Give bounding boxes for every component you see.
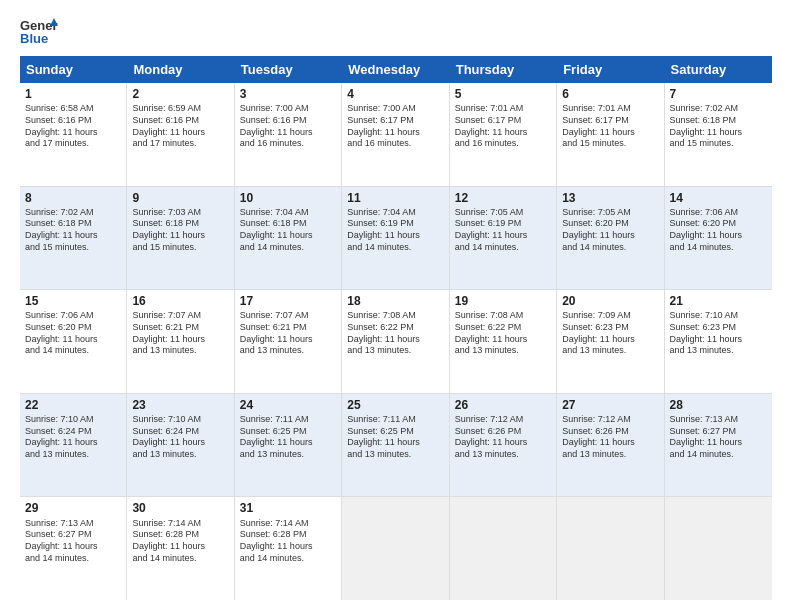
calendar-row-4: 29Sunrise: 7:13 AMSunset: 6:27 PMDayligh… xyxy=(20,497,772,600)
day-info-line: Sunset: 6:23 PM xyxy=(562,322,658,334)
day-info-line: and 14 minutes. xyxy=(240,553,336,565)
day-info-line: Sunrise: 7:12 AM xyxy=(562,414,658,426)
day-info-line: Daylight: 11 hours xyxy=(25,541,121,553)
day-number: 18 xyxy=(347,293,443,309)
header-day-tuesday: Tuesday xyxy=(235,56,342,83)
calendar-body: 1Sunrise: 6:58 AMSunset: 6:16 PMDaylight… xyxy=(20,83,772,600)
logo-icon: General Blue xyxy=(20,16,58,46)
day-cell-19: 19Sunrise: 7:08 AMSunset: 6:22 PMDayligh… xyxy=(450,290,557,393)
calendar-row-3: 22Sunrise: 7:10 AMSunset: 6:24 PMDayligh… xyxy=(20,394,772,498)
day-info-line: Sunset: 6:24 PM xyxy=(132,426,228,438)
day-number: 11 xyxy=(347,190,443,206)
day-info-line: Sunrise: 7:04 AM xyxy=(240,207,336,219)
day-info-line: and 14 minutes. xyxy=(25,345,121,357)
calendar: SundayMondayTuesdayWednesdayThursdayFrid… xyxy=(20,56,772,600)
day-number: 12 xyxy=(455,190,551,206)
day-info-line: Daylight: 11 hours xyxy=(670,334,767,346)
day-info-line: Daylight: 11 hours xyxy=(132,541,228,553)
day-info-line: Sunrise: 7:10 AM xyxy=(132,414,228,426)
day-info-line: and 13 minutes. xyxy=(132,449,228,461)
header-day-sunday: Sunday xyxy=(20,56,127,83)
day-info-line: and 15 minutes. xyxy=(562,138,658,150)
day-info-line: Daylight: 11 hours xyxy=(562,127,658,139)
day-cell-25: 25Sunrise: 7:11 AMSunset: 6:25 PMDayligh… xyxy=(342,394,449,497)
day-number: 5 xyxy=(455,86,551,102)
day-info-line: and 13 minutes. xyxy=(347,345,443,357)
day-number: 22 xyxy=(25,397,121,413)
day-number: 19 xyxy=(455,293,551,309)
day-info-line: Daylight: 11 hours xyxy=(562,230,658,242)
day-info-line: and 13 minutes. xyxy=(25,449,121,461)
day-number: 28 xyxy=(670,397,767,413)
day-info-line: and 14 minutes. xyxy=(455,242,551,254)
day-cell-24: 24Sunrise: 7:11 AMSunset: 6:25 PMDayligh… xyxy=(235,394,342,497)
day-info-line: Daylight: 11 hours xyxy=(455,334,551,346)
day-cell-21: 21Sunrise: 7:10 AMSunset: 6:23 PMDayligh… xyxy=(665,290,772,393)
day-info-line: Daylight: 11 hours xyxy=(240,334,336,346)
day-info-line: Sunset: 6:19 PM xyxy=(347,218,443,230)
day-info-line: Daylight: 11 hours xyxy=(132,127,228,139)
day-info-line: and 17 minutes. xyxy=(132,138,228,150)
day-info-line: and 16 minutes. xyxy=(240,138,336,150)
day-info-line: Sunrise: 7:00 AM xyxy=(240,103,336,115)
day-info-line: Sunrise: 7:09 AM xyxy=(562,310,658,322)
day-info-line: Sunrise: 7:02 AM xyxy=(670,103,767,115)
day-info-line: Sunrise: 7:10 AM xyxy=(670,310,767,322)
day-info-line: Sunset: 6:18 PM xyxy=(670,115,767,127)
header-day-saturday: Saturday xyxy=(665,56,772,83)
day-info-line: Sunset: 6:21 PM xyxy=(240,322,336,334)
day-number: 31 xyxy=(240,500,336,516)
day-info-line: Sunrise: 7:14 AM xyxy=(240,518,336,530)
day-info-line: Sunset: 6:24 PM xyxy=(25,426,121,438)
day-cell-28: 28Sunrise: 7:13 AMSunset: 6:27 PMDayligh… xyxy=(665,394,772,497)
day-info-line: Sunrise: 7:05 AM xyxy=(455,207,551,219)
day-cell-3: 3Sunrise: 7:00 AMSunset: 6:16 PMDaylight… xyxy=(235,83,342,186)
day-info-line: Sunset: 6:16 PM xyxy=(132,115,228,127)
empty-cell-4-3 xyxy=(342,497,449,600)
day-cell-4: 4Sunrise: 7:00 AMSunset: 6:17 PMDaylight… xyxy=(342,83,449,186)
day-info-line: and 14 minutes. xyxy=(25,553,121,565)
day-info-line: Daylight: 11 hours xyxy=(240,437,336,449)
day-cell-29: 29Sunrise: 7:13 AMSunset: 6:27 PMDayligh… xyxy=(20,497,127,600)
day-cell-1: 1Sunrise: 6:58 AMSunset: 6:16 PMDaylight… xyxy=(20,83,127,186)
day-number: 26 xyxy=(455,397,551,413)
day-info-line: Daylight: 11 hours xyxy=(25,230,121,242)
day-info-line: Sunrise: 6:59 AM xyxy=(132,103,228,115)
empty-cell-4-5 xyxy=(557,497,664,600)
day-number: 15 xyxy=(25,293,121,309)
day-info-line: Sunrise: 7:03 AM xyxy=(132,207,228,219)
day-info-line: Sunset: 6:26 PM xyxy=(455,426,551,438)
day-info-line: Sunset: 6:25 PM xyxy=(347,426,443,438)
day-info-line: Sunrise: 7:01 AM xyxy=(562,103,658,115)
day-cell-30: 30Sunrise: 7:14 AMSunset: 6:28 PMDayligh… xyxy=(127,497,234,600)
day-info-line: Sunset: 6:28 PM xyxy=(240,529,336,541)
day-info-line: Sunset: 6:17 PM xyxy=(455,115,551,127)
day-info-line: Sunset: 6:19 PM xyxy=(455,218,551,230)
day-info-line: Daylight: 11 hours xyxy=(562,334,658,346)
day-info-line: Daylight: 11 hours xyxy=(132,230,228,242)
day-info-line: Sunrise: 6:58 AM xyxy=(25,103,121,115)
svg-text:Blue: Blue xyxy=(20,31,48,46)
day-info-line: Sunrise: 7:08 AM xyxy=(347,310,443,322)
day-cell-16: 16Sunrise: 7:07 AMSunset: 6:21 PMDayligh… xyxy=(127,290,234,393)
day-info-line: Sunset: 6:27 PM xyxy=(670,426,767,438)
day-info-line: and 14 minutes. xyxy=(562,242,658,254)
calendar-page: General Blue SundayMondayTuesdayWednesda… xyxy=(0,0,792,612)
day-cell-9: 9Sunrise: 7:03 AMSunset: 6:18 PMDaylight… xyxy=(127,187,234,290)
day-info-line: Sunrise: 7:13 AM xyxy=(670,414,767,426)
day-info-line: and 13 minutes. xyxy=(670,345,767,357)
day-info-line: Daylight: 11 hours xyxy=(347,230,443,242)
day-info-line: and 15 minutes. xyxy=(25,242,121,254)
day-cell-8: 8Sunrise: 7:02 AMSunset: 6:18 PMDaylight… xyxy=(20,187,127,290)
day-info-line: and 15 minutes. xyxy=(132,242,228,254)
header-day-wednesday: Wednesday xyxy=(342,56,449,83)
day-info-line: Sunrise: 7:12 AM xyxy=(455,414,551,426)
day-number: 9 xyxy=(132,190,228,206)
day-number: 10 xyxy=(240,190,336,206)
empty-cell-4-6 xyxy=(665,497,772,600)
day-number: 23 xyxy=(132,397,228,413)
day-number: 3 xyxy=(240,86,336,102)
day-info-line: Sunrise: 7:14 AM xyxy=(132,518,228,530)
day-info-line: Sunset: 6:22 PM xyxy=(347,322,443,334)
day-info-line: Daylight: 11 hours xyxy=(347,127,443,139)
